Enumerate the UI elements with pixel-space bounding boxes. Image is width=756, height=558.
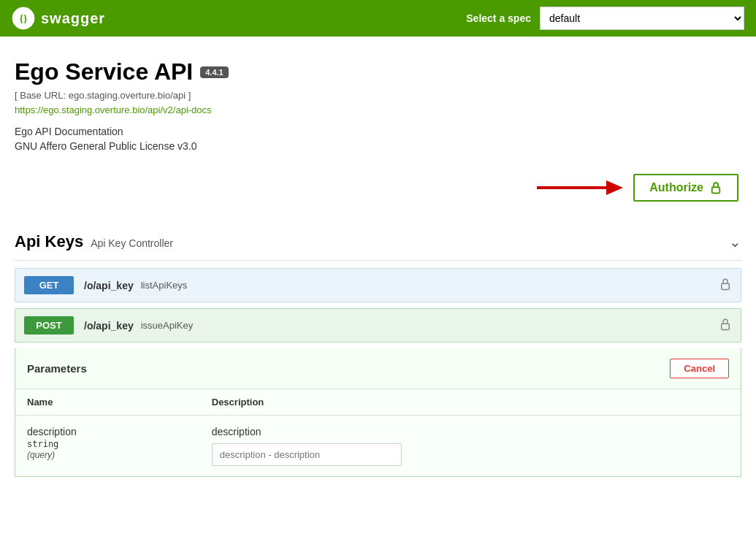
get-endpoint-path: /o/api_key <box>84 280 134 291</box>
swagger-icon: {} <box>12 7 35 30</box>
svg-text:{}: {} <box>19 13 28 24</box>
param-name-cell: description string (query) <box>15 416 200 477</box>
endpoint-post-api-key[interactable]: POST /o/api_key issueApiKey <box>15 308 741 343</box>
main-content: Ego Service API 4.4.1 [ Base URL: ego.st… <box>0 37 756 499</box>
svg-rect-4 <box>712 187 720 193</box>
svg-rect-5 <box>722 283 730 289</box>
red-arrow-icon <box>537 175 625 201</box>
api-version-badge: 4.4.1 <box>200 66 228 78</box>
post-expanded-panel: Parameters Cancel Name Description descr… <box>15 348 741 477</box>
get-lock-icon <box>719 278 732 293</box>
section-subtitle: Api Key Controller <box>91 237 173 249</box>
table-row: description string (query) description <box>15 416 741 477</box>
get-method-badge: GET <box>24 276 74 294</box>
section-api-keys: Api Keys Api Key Controller ⌄ <box>15 223 741 261</box>
logo-text: swagger <box>41 10 105 27</box>
section-title-row: Api Keys Api Key Controller <box>15 232 173 251</box>
params-header: Parameters Cancel <box>15 348 741 389</box>
get-endpoint-operation: listApiKeys <box>141 280 188 291</box>
endpoint-get-api-key[interactable]: GET /o/api_key listApiKeys <box>15 268 741 302</box>
api-title: Ego Service API <box>15 58 193 85</box>
spec-select[interactable]: default <box>540 7 744 30</box>
api-title-row: Ego Service API 4.4.1 <box>15 58 741 85</box>
param-type: string <box>27 439 188 449</box>
svg-marker-3 <box>606 180 623 195</box>
col-description-header: Description <box>200 389 741 416</box>
params-title: Parameters <box>27 362 87 375</box>
chevron-down-icon[interactable]: ⌄ <box>729 233 741 251</box>
authorize-label: Authorize <box>649 181 703 194</box>
api-base-url: [ Base URL: ego.staging.overture.bio/api… <box>15 90 741 101</box>
params-table-body: description string (query) description <box>15 416 741 477</box>
post-endpoint-operation: issueApiKey <box>141 320 194 331</box>
logo: {} swagger <box>12 7 105 30</box>
section-title: Api Keys <box>15 232 83 251</box>
params-table-header: Name Description <box>15 389 741 416</box>
api-description: Ego API Documentation <box>15 126 741 137</box>
post-endpoint-path: /o/api_key <box>84 320 134 332</box>
authorize-button[interactable]: Authorize <box>633 174 738 202</box>
param-location: (query) <box>27 450 55 460</box>
param-description-cell: description <box>200 416 741 477</box>
lock-icon <box>709 181 722 194</box>
post-method-badge: POST <box>24 316 74 335</box>
svg-rect-6 <box>722 324 730 329</box>
header: {} swagger Select a spec default <box>0 0 756 37</box>
cancel-button[interactable]: Cancel <box>670 359 729 378</box>
param-description-input[interactable] <box>212 443 402 466</box>
param-name: description <box>27 426 188 437</box>
api-license: GNU Affero General Public License v3.0 <box>15 140 741 152</box>
params-table: Name Description description string (que… <box>15 389 741 476</box>
api-docs-link[interactable]: https://ego.staging.overture.bio/api/v2/… <box>15 104 212 115</box>
authorize-area: Authorize <box>15 174 741 202</box>
param-description-text: description <box>212 426 729 437</box>
post-lock-icon <box>719 318 732 333</box>
select-spec-label: Select a spec <box>466 12 531 24</box>
col-name-header: Name <box>15 389 200 416</box>
